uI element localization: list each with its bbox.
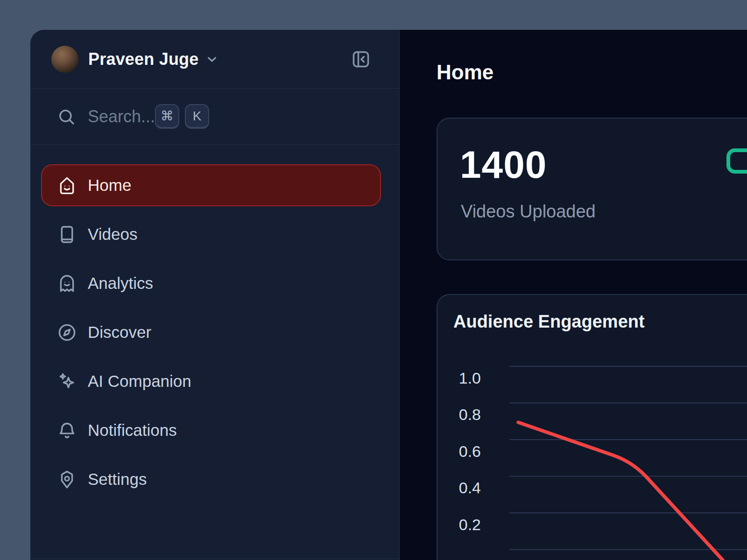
y-axis-tick: 0.4 <box>459 479 481 497</box>
y-axis-tick: 0.2 <box>459 516 481 533</box>
sidebar-item-notifications[interactable]: Notifications <box>41 409 381 451</box>
page-title: Home <box>437 61 493 84</box>
sidebar-item-label: Home <box>88 176 131 195</box>
app-window: Praveen Juge Search... ⌘ K <box>30 30 747 560</box>
y-axis-tick: 0.8 <box>459 406 481 423</box>
panel-left-close-icon <box>351 49 371 70</box>
chevron-down-icon <box>205 52 219 66</box>
sidebar-item-settings[interactable]: Settings <box>41 458 381 500</box>
user-menu[interactable]: Praveen Juge <box>30 30 399 89</box>
sidebar-item-home[interactable]: Home <box>41 164 381 206</box>
avatar <box>51 46 78 73</box>
sidebar: Praveen Juge Search... ⌘ K <box>30 30 400 560</box>
chart-card-audience-engagement: Audience Engagement 1.00.80.60.40.2 <box>437 294 747 560</box>
y-axis-tick: 0.6 <box>459 442 481 460</box>
search-icon <box>57 107 76 126</box>
user-name: Praveen Juge <box>88 49 199 69</box>
sidebar-item-label: Settings <box>88 470 147 489</box>
sparkles-icon <box>56 371 78 392</box>
sidebar-item-label: Analytics <box>88 274 153 293</box>
home-smile-icon <box>56 175 78 196</box>
sidebar-item-videos[interactable]: Videos <box>41 213 381 255</box>
sidebar-item-label: Notifications <box>88 421 177 440</box>
sidebar-item-discover[interactable]: Discover <box>41 311 381 353</box>
stat-card-videos-uploaded: 1400 Videos Uploaded <box>437 118 747 260</box>
main-content: Home 1400 Videos Uploaded Audience Engag… <box>400 30 747 560</box>
stat-label: Videos Uploaded <box>461 202 596 222</box>
sidebar-item-analytics[interactable]: Analytics <box>41 262 381 304</box>
sidebar-footer-divider <box>30 559 399 559</box>
kbd-k-badge: K <box>185 104 209 129</box>
sidebar-nav: Home Videos Analytics Discover <box>41 145 381 507</box>
engagement-chart: 1.00.80.60.40.2 <box>437 294 747 560</box>
sidebar-item-label: Videos <box>88 225 137 244</box>
sidebar-item-label: AI Companion <box>88 372 191 391</box>
stat-value: 1400 <box>460 143 547 187</box>
desktop: { "sidebar": { "user": { "name": "Pravee… <box>0 0 747 560</box>
nut-icon <box>56 469 78 490</box>
search-placeholder: Search... <box>88 107 155 126</box>
green-rounded-badge-icon <box>726 148 747 174</box>
sidebar-item-label: Discover <box>88 323 151 342</box>
engagement-line <box>518 422 723 560</box>
collapse-sidebar-button[interactable] <box>350 48 372 70</box>
book-icon <box>56 224 78 245</box>
bell-icon <box>56 420 78 441</box>
compass-icon <box>56 322 78 343</box>
search-input[interactable]: Search... ⌘ K <box>30 89 399 145</box>
kbd-command-badge: ⌘ <box>155 104 179 129</box>
y-axis-tick: 1.0 <box>459 369 481 387</box>
ghost-icon <box>56 273 78 294</box>
sidebar-item-ai-companion[interactable]: AI Companion <box>41 360 381 402</box>
